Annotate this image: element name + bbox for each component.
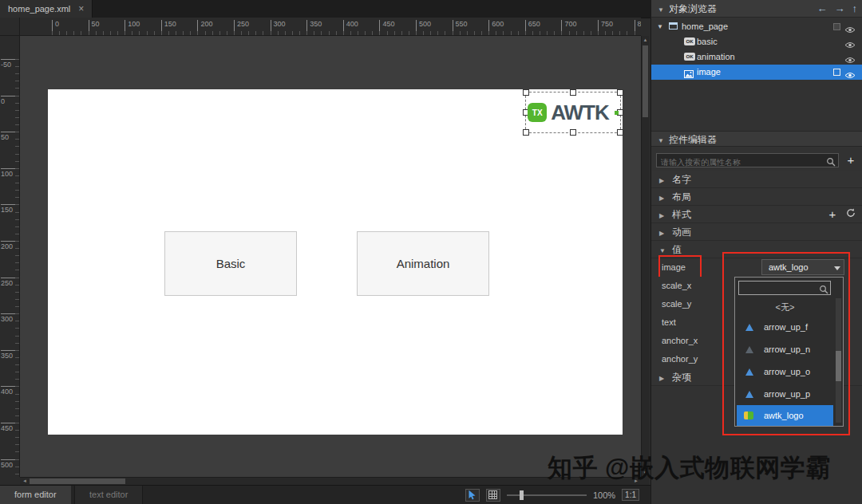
zoom-slider-handle[interactable]	[520, 490, 524, 500]
close-icon[interactable]: ×	[78, 3, 84, 14]
button-widget-icon	[684, 37, 695, 45]
section-value[interactable]: ▼值	[651, 241, 862, 258]
zoom-level-label: 100%	[593, 490, 615, 500]
ruler-tick: 750	[598, 20, 613, 36]
property-row-image[interactable]: image awtk_logo	[651, 258, 862, 277]
search-icon	[819, 283, 828, 297]
basic-button[interactable]: Basic	[164, 231, 297, 296]
tree-item-home-page[interactable]: ▼ home_page	[651, 19, 862, 34]
zoom-reset-button[interactable]: 1:1	[622, 489, 639, 501]
tree-item-animation[interactable]: animation	[651, 49, 862, 65]
canvas-horizontal-scrollbar[interactable]: ◄ ►	[20, 477, 641, 485]
awtk-logo-image[interactable]: TX AWTK	[526, 93, 620, 132]
option-arrow-up-o[interactable]: arrow_up_o	[737, 360, 833, 383]
pointer-tool-button[interactable]	[465, 489, 480, 502]
ruler-tick: 200	[197, 20, 212, 36]
ruler-tick: 800	[635, 20, 641, 36]
tab-home-page-xml[interactable]: home_page.xml×	[0, 0, 93, 18]
option-arrow-up-n[interactable]: arrow_up_n	[737, 338, 833, 360]
dropdown-scrollbar[interactable]	[836, 298, 841, 423]
chevron-right-icon: ▶	[659, 370, 666, 388]
design-page[interactable]: Basic Animation TX AWTK	[48, 89, 623, 435]
animation-button-label: Animation	[397, 257, 450, 270]
eye-icon[interactable]	[844, 69, 856, 84]
option-arrow-up-f[interactable]: arrow_up_f	[737, 316, 833, 338]
scroll-right-icon[interactable]: ►	[634, 478, 639, 483]
ruler-horizontal: 0501001502002503003504004505005506006507…	[20, 18, 641, 36]
back-arrow-icon[interactable]: ←	[817, 0, 828, 18]
tab-title: home_page.xml	[8, 4, 70, 14]
option-label: arrow_up_f	[764, 322, 808, 332]
arrow-up-icon	[745, 324, 753, 331]
dropdown-scroll-thumb[interactable]	[836, 351, 841, 381]
add-property-button[interactable]: +	[844, 154, 857, 167]
search-icon	[826, 156, 836, 170]
lock-box[interactable]	[833, 69, 840, 76]
object-browser-toolbar: ← → ↑	[817, 0, 858, 18]
expand-arrow-icon[interactable]: ▼	[657, 19, 663, 34]
ruler-tick: 650	[525, 20, 540, 36]
up-arrow-icon[interactable]: ↑	[852, 0, 858, 18]
option-label: <无>	[776, 302, 795, 312]
button-widget-icon	[684, 53, 695, 61]
forward-arrow-icon[interactable]: →	[835, 0, 845, 18]
ruler-tick: -50	[1, 59, 18, 69]
collapse-arrow-icon[interactable]: ▼	[658, 6, 664, 14]
dropdown-option-list: <无> arrow_up_f arrow_up_n arrow_up_o arr…	[737, 298, 833, 424]
option-awtk-logo[interactable]: awtk_logo	[737, 405, 833, 426]
ruler-corner	[0, 18, 20, 36]
property-name-image: image	[662, 258, 698, 277]
ruler-tick: 50	[89, 20, 100, 36]
ruler-tick: 200	[1, 241, 18, 250]
property-name-scale-y: scale_y	[662, 295, 698, 313]
section-animation[interactable]: ▶动画	[651, 223, 862, 241]
ruler-tick: 100	[1, 168, 18, 178]
arrow-up-icon	[745, 368, 753, 376]
grid-toggle-button[interactable]	[486, 489, 500, 502]
refresh-icon[interactable]	[846, 206, 856, 223]
animation-button[interactable]: Animation	[357, 231, 489, 296]
dropdown-selected-value: awtk_logo	[769, 262, 809, 272]
section-label: 动画	[672, 226, 691, 238]
selected-image-widget[interactable]: TX AWTK	[525, 92, 621, 133]
horizontal-scroll-thumb[interactable]	[30, 478, 125, 484]
ruler-tick: 600	[488, 20, 504, 36]
property-name-scale-x: scale_x	[662, 277, 698, 295]
object-browser-header: ▼对象浏览器 ← → ↑	[650, 0, 862, 18]
section-style[interactable]: ▶样式 +	[651, 206, 862, 223]
dropdown-search-input[interactable]	[739, 284, 830, 297]
section-layout[interactable]: ▶布局	[651, 188, 862, 206]
bottom-bar: form editor text editor 100% 1:1	[0, 485, 650, 504]
awtk-logo-thumbnail-icon	[744, 411, 753, 419]
image-value-dropdown[interactable]: awtk_logo	[761, 259, 844, 275]
tab-form-editor[interactable]: form editor	[0, 486, 71, 504]
ruler-tick: 150	[161, 20, 176, 36]
tab-text-editor[interactable]: text editor	[74, 486, 143, 504]
option-arrow-up-p[interactable]: arrow_up_p	[737, 383, 833, 405]
option-none[interactable]: <无>	[737, 298, 833, 316]
collapse-arrow-icon[interactable]: ▼	[658, 137, 664, 144]
tree-item-basic[interactable]: basic	[651, 34, 862, 49]
add-style-button[interactable]: +	[826, 208, 839, 221]
vertical-scroll-thumb[interactable]	[643, 45, 648, 117]
ruler-tick: 550	[453, 20, 468, 36]
design-canvas[interactable]: Basic Animation TX AWTK	[20, 36, 641, 477]
tree-item-label: home_page	[682, 19, 728, 34]
property-name-text: text	[662, 313, 698, 332]
scroll-left-icon[interactable]: ◄	[22, 478, 27, 483]
zoom-slider[interactable]	[507, 494, 587, 496]
canvas-vertical-scrollbar[interactable]: ▲ ▼	[641, 36, 649, 477]
property-search-input[interactable]	[657, 156, 838, 169]
option-label: awtk_logo	[764, 411, 804, 420]
chevron-right-icon: ▶	[659, 190, 666, 207]
tree-item-image[interactable]: image	[651, 65, 862, 80]
scroll-up-icon[interactable]: ▲	[642, 37, 649, 42]
widget-editor-title: 控件编辑器	[669, 134, 717, 145]
scroll-down-icon[interactable]: ▼	[642, 471, 649, 475]
image-dropdown-popup: <无> arrow_up_f arrow_up_n arrow_up_o arr…	[734, 277, 844, 427]
arrow-up-icon	[745, 391, 753, 398]
lock-box[interactable]	[833, 23, 840, 30]
section-name[interactable]: ▶名字	[651, 171, 862, 188]
ruler-tick: 0	[1, 96, 18, 105]
chevron-right-icon: ▶	[659, 207, 666, 225]
